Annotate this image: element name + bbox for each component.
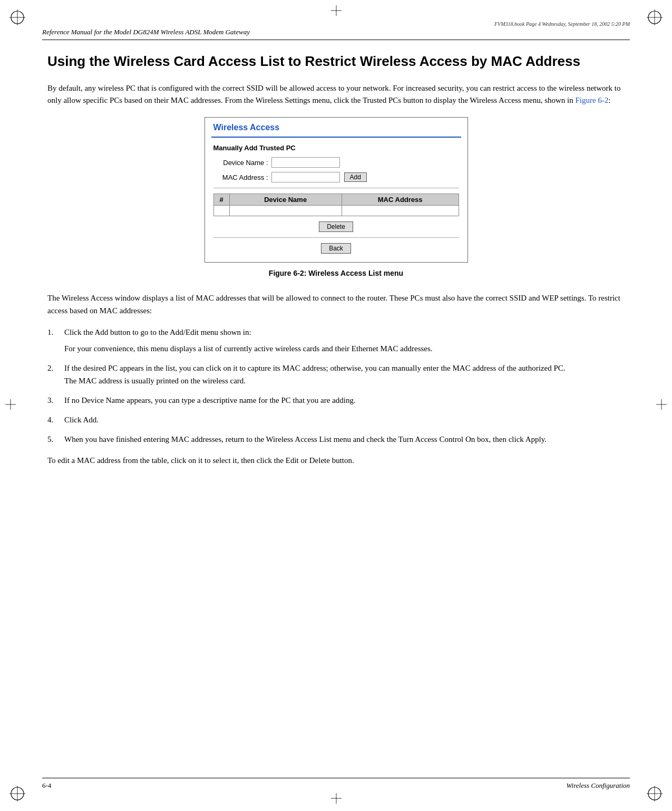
col-header-num: #	[213, 194, 229, 206]
step-content-4: Click Add.	[64, 414, 625, 426]
table-header-row: # Device Name MAC Address	[213, 194, 459, 206]
intro-paragraph: By default, any wireless PC that is conf…	[47, 82, 625, 107]
steps-list: 1. Click the Add button to go to the Add…	[47, 326, 625, 446]
back-button[interactable]: Back	[321, 243, 351, 254]
figure-link[interactable]: Figure 6-2	[575, 96, 608, 104]
page-footer: 6-4 Wireless Configuration	[42, 778, 630, 790]
mac-address-row: MAC Address : Add	[213, 172, 459, 182]
step-number-2: 2.	[47, 362, 64, 374]
back-button-row: Back	[213, 243, 459, 254]
step-content-1: Click the Add button to go to the Add/Ed…	[64, 326, 625, 355]
list-item-2: 2. If the desired PC appears in the list…	[47, 362, 625, 387]
delete-button-row: Delete	[213, 221, 459, 232]
footer-page-number: 6-4	[42, 781, 51, 790]
step-text-1: Click the Add button to go to the Add/Ed…	[64, 328, 251, 336]
file-info: FVM318.book Page 4 Wednesday, September …	[42, 21, 630, 27]
step-number-3: 3.	[47, 394, 64, 407]
list-item-4: 4. Click Add.	[47, 414, 625, 426]
mac-address-input[interactable]	[271, 172, 340, 182]
mac-address-label: MAC Address :	[213, 173, 271, 181]
side-mark-bottom	[331, 793, 342, 806]
step-content-3: If no Device Name appears, you can type …	[64, 394, 625, 407]
figure-caption: Figure 6-2: Wireless Access List menu	[178, 269, 494, 277]
list-item-1: 1. Click the Add button to go to the Add…	[47, 326, 625, 355]
step-content-5: When you have finished entering MAC addr…	[64, 433, 625, 446]
corner-mark-bl	[9, 786, 25, 802]
step-number-5: 5.	[47, 433, 64, 446]
step-number-1: 1.	[47, 326, 64, 339]
form-table-separator	[213, 188, 459, 188]
trusted-pc-table: # Device Name MAC Address	[213, 194, 459, 216]
side-mark-right	[656, 399, 667, 412]
page: FVM318.book Page 4 Wednesday, September …	[0, 0, 672, 811]
wireless-access-ui: Wireless Access Manually Add Trusted PC …	[204, 117, 468, 263]
wa-body: Manually Add Trusted PC Device Name : MA…	[205, 138, 468, 262]
table-back-separator	[213, 237, 459, 238]
wa-title: Wireless Access	[205, 118, 468, 134]
delete-button[interactable]: Delete	[319, 221, 353, 232]
description-paragraph: The Wireless Access window displays a li…	[47, 292, 625, 317]
device-name-row: Device Name :	[213, 157, 459, 168]
table-cell-num	[213, 206, 229, 216]
col-header-mac: MAC Address	[342, 194, 459, 206]
footer-section-title: Wireless Configuration	[567, 781, 630, 790]
device-name-label: Device Name :	[213, 159, 271, 167]
closing-paragraph: To edit a MAC address from the table, cl…	[47, 455, 625, 467]
col-header-device: Device Name	[229, 194, 342, 206]
intro-text-before-link: By default, any wireless PC that is conf…	[47, 84, 620, 104]
table-cell-device	[229, 206, 342, 216]
side-mark-top	[331, 5, 342, 18]
manual-title: Reference Manual for the Model DG824M Wi…	[42, 28, 630, 36]
side-mark-left	[5, 399, 16, 412]
figure-container: Wireless Access Manually Add Trusted PC …	[178, 117, 494, 277]
table-cell-mac	[342, 206, 459, 216]
step-number-4: 4.	[47, 414, 64, 426]
header-bar: FVM318.book Page 4 Wednesday, September …	[42, 21, 630, 40]
list-item-5: 5. When you have finished entering MAC a…	[47, 433, 625, 446]
step-sub-1: For your convenience, this menu displays…	[64, 343, 625, 355]
wa-section-title: Manually Add Trusted PC	[213, 144, 459, 152]
intro-text-colon: :	[608, 96, 610, 104]
corner-mark-tr	[647, 9, 663, 25]
add-button[interactable]: Add	[344, 172, 367, 182]
device-name-input[interactable]	[271, 157, 340, 168]
main-content: Using the Wireless Card Access List to R…	[42, 53, 630, 467]
corner-mark-br	[647, 786, 663, 802]
chapter-title: Using the Wireless Card Access List to R…	[47, 53, 625, 71]
table-row	[213, 206, 459, 216]
corner-mark-tl	[9, 9, 25, 25]
list-item-3: 3. If no Device Name appears, you can ty…	[47, 394, 625, 407]
step-content-2: If the desired PC appears in the list, y…	[64, 362, 625, 387]
